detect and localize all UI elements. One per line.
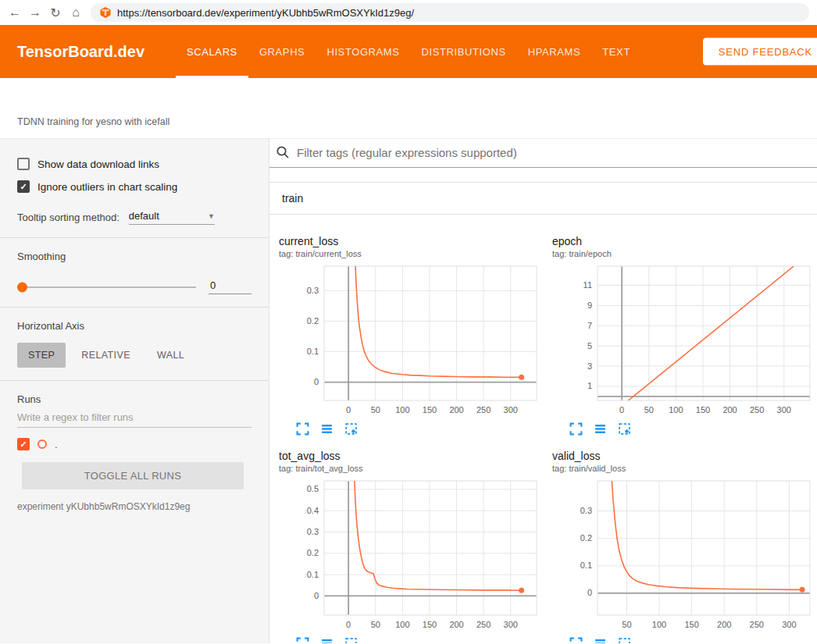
ignore-outliers-checkbox[interactable] [17, 180, 30, 193]
run-selector-icon[interactable] [320, 422, 334, 436]
app-logo: TensorBoard.dev [17, 43, 144, 61]
svg-text:150: 150 [423, 405, 437, 415]
charts-grid: current_loss tag: train/current_loss 050… [269, 215, 817, 643]
line-chart-tot-avg-loss[interactable]: 05010015020025030000.10.20.30.40.5 [279, 478, 544, 634]
svg-text:200: 200 [449, 405, 463, 415]
svg-text:0: 0 [314, 591, 319, 600]
svg-text:11: 11 [583, 280, 592, 290]
show-download-links-row[interactable]: Show data download links [17, 158, 252, 170]
filter-tags-input[interactable] [297, 146, 817, 159]
forward-icon[interactable]: → [25, 2, 45, 23]
expand-chart-icon[interactable] [569, 637, 583, 643]
sidebar-divider [0, 380, 269, 381]
experiment-title: TDNN training for yesno with icefall [17, 116, 169, 127]
fit-domain-icon[interactable] [618, 637, 631, 643]
svg-text:0: 0 [314, 377, 319, 386]
svg-text:5: 5 [587, 341, 592, 350]
chevron-down-icon: ▼ [208, 212, 215, 220]
svg-text:0.2: 0.2 [307, 548, 319, 557]
run-selector-icon[interactable] [594, 637, 607, 643]
fit-domain-icon[interactable] [618, 422, 631, 436]
svg-text:0: 0 [587, 588, 592, 597]
chart-title: tot_avg_loss [279, 450, 543, 462]
back-icon[interactable]: ← [5, 2, 25, 23]
svg-text:200: 200 [449, 620, 463, 629]
axis-wall-button[interactable]: WALL [146, 343, 195, 368]
svg-text:100: 100 [395, 620, 409, 629]
svg-text:100: 100 [652, 620, 666, 629]
run-selector-icon[interactable] [320, 637, 334, 643]
tab-text[interactable]: TEXT [591, 25, 641, 78]
svg-text:0.1: 0.1 [580, 560, 592, 570]
svg-text:250: 250 [476, 405, 491, 415]
smoothing-slider-thumb[interactable] [17, 282, 27, 292]
svg-text:0.1: 0.1 [307, 347, 319, 356]
tab-histograms[interactable]: HISTOGRAMS [316, 25, 410, 78]
svg-text:0: 0 [619, 405, 624, 415]
runs-label: Runs [17, 393, 252, 405]
ignore-outliers-row[interactable]: Ignore outliers in chart scaling [17, 180, 252, 193]
svg-text:200: 200 [722, 405, 737, 415]
line-chart-epoch[interactable]: 0501001502002503001357911 [552, 263, 817, 419]
run-checkbox[interactable] [17, 438, 30, 450]
show-download-links-checkbox[interactable] [17, 158, 30, 170]
app-header: TensorBoard.dev SCALARS GRAPHS HISTOGRAM… [0, 25, 817, 78]
tooltip-sorting-select[interactable]: default ▼ [129, 210, 215, 225]
fit-domain-icon[interactable] [344, 637, 358, 643]
svg-text:50: 50 [622, 620, 631, 629]
chart-card-valid-loss: valid_loss tag: train/valid_loss 5010015… [543, 450, 816, 643]
smoothing-slider[interactable] [17, 286, 196, 288]
smoothing-label: Smoothing [17, 251, 252, 262]
send-feedback-button[interactable]: SEND FEEDBACK [703, 38, 817, 66]
run-row[interactable]: . [17, 438, 252, 450]
svg-text:300: 300 [777, 405, 791, 415]
expand-chart-icon[interactable] [569, 422, 583, 436]
svg-text:100: 100 [669, 405, 683, 415]
chart-tag: tag: train/current_loss [279, 249, 543, 258]
svg-text:0: 0 [346, 620, 351, 629]
chart-title: epoch [552, 235, 816, 247]
svg-text:0: 0 [346, 405, 351, 415]
chart-tag: tag: train/valid_loss [552, 464, 816, 473]
svg-text:1: 1 [587, 381, 592, 390]
runs-regex-input[interactable] [17, 405, 252, 428]
tab-distributions[interactable]: DISTRIBUTIONS [411, 25, 517, 78]
reload-icon[interactable]: ↻ [45, 2, 66, 23]
svg-text:0.3: 0.3 [580, 506, 592, 515]
expand-chart-icon[interactable] [296, 637, 309, 643]
svg-text:0.4: 0.4 [307, 506, 319, 515]
sidebar-divider [0, 237, 269, 238]
home-icon[interactable]: ⌂ [66, 2, 86, 23]
svg-text:0.3: 0.3 [307, 286, 319, 295]
expand-chart-icon[interactable] [296, 422, 309, 436]
svg-text:9: 9 [587, 301, 592, 310]
toggle-all-runs-button[interactable]: TOGGLE ALL RUNS [22, 462, 244, 489]
line-chart-current-loss[interactable]: 05010015020025030000.10.20.3 [279, 263, 544, 419]
tooltip-sorting-label: Tooltip sorting method: [17, 212, 120, 223]
train-section-header[interactable]: train [269, 182, 817, 215]
url-text: https://tensorboard.dev/experiment/yKUbh… [117, 7, 414, 19]
axis-step-button[interactable]: STEP [17, 343, 66, 368]
svg-text:7: 7 [587, 321, 592, 330]
ignore-outliers-label: Ignore outliers in chart scaling [37, 181, 177, 193]
fit-domain-icon[interactable] [344, 422, 358, 436]
tab-graphs[interactable]: GRAPHS [248, 25, 316, 78]
smoothing-value[interactable]: 0 [209, 279, 252, 294]
filter-tags-row [269, 145, 817, 168]
run-color-circle-icon [37, 439, 47, 449]
run-selector-icon[interactable] [594, 422, 607, 436]
svg-text:300: 300 [504, 405, 518, 415]
line-chart-valid-loss[interactable]: 5010015020025030000.10.20.3 [552, 478, 817, 634]
svg-text:100: 100 [395, 405, 409, 415]
svg-text:200: 200 [717, 620, 731, 629]
address-bar[interactable]: https://tensorboard.dev/experiment/yKUbh… [91, 3, 809, 22]
axis-relative-button[interactable]: RELATIVE [70, 343, 141, 368]
tab-scalars[interactable]: SCALARS [176, 25, 248, 78]
train-section-label: train [282, 192, 303, 205]
horizontal-axis-label: Horizontal Axis [17, 320, 252, 332]
svg-text:150: 150 [684, 620, 698, 629]
tab-hparams[interactable]: HPARAMS [517, 25, 592, 78]
chart-card-epoch: epoch tag: train/epoch 05010015020025030… [543, 235, 816, 436]
svg-text:0.1: 0.1 [307, 570, 319, 579]
sidebar-divider [0, 307, 269, 308]
